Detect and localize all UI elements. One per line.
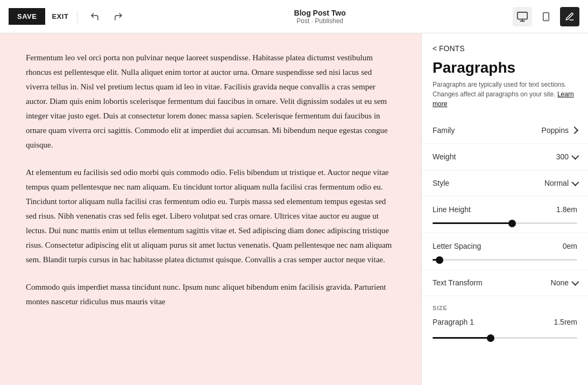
mobile-icon xyxy=(541,11,551,23)
weight-label: Weight xyxy=(433,152,456,161)
letter-spacing-label: Letter Spacing xyxy=(433,242,481,250)
letter-spacing-value-container: 0em xyxy=(563,242,577,250)
letter-spacing-slider-container[interactable] xyxy=(422,259,588,269)
desktop-view-button[interactable] xyxy=(513,7,532,26)
post-info: Blog Post Two Post · Published xyxy=(133,9,506,25)
weight-chevron-down-icon xyxy=(572,152,577,161)
toolbar: SAVE EXIT Blog Post Two Post · Published xyxy=(0,0,588,33)
style-value-container[interactable]: Normal xyxy=(544,179,577,187)
line-height-row: Line Height 1.8em xyxy=(422,197,588,218)
post-title: Blog Post Two xyxy=(133,9,506,17)
redo-button[interactable] xyxy=(110,8,127,25)
text-transform-value-container[interactable]: None xyxy=(551,278,577,287)
pen-icon xyxy=(565,12,575,22)
letter-spacing-row: Letter Spacing 0em xyxy=(422,233,588,255)
save-button[interactable]: SAVE xyxy=(9,8,45,25)
paragraph1-row: Paragraph 1 1.5rem xyxy=(433,318,577,326)
text-transform-value: None xyxy=(551,278,569,287)
panel-header: < FONTS xyxy=(422,33,588,53)
desktop-icon xyxy=(516,11,528,23)
family-value: Poppins xyxy=(541,126,569,135)
paragraph1-slider-container[interactable] xyxy=(422,337,588,347)
line-height-label: Line Height xyxy=(433,205,471,214)
toolbar-divider xyxy=(77,10,77,23)
family-row: Family Poppins xyxy=(422,117,588,144)
size-section: SIZE Paragraph 1 1.5rem xyxy=(422,296,588,333)
family-chevron-right-icon xyxy=(572,126,577,135)
fonts-panel-button[interactable] xyxy=(560,7,579,26)
weight-row: Weight 300 xyxy=(422,144,588,170)
right-panel: < FONTS Paragraphs Paragraphs are typica… xyxy=(421,33,588,385)
mobile-view-button[interactable] xyxy=(536,7,556,26)
paragraph-3: Commodo quis imperdiet massa tincidunt n… xyxy=(26,280,395,309)
paragraph-1: Fermentum leo vel orci porta non pulvina… xyxy=(26,51,395,152)
paragraph1-slider-thumb xyxy=(487,334,494,342)
toolbar-right xyxy=(513,7,579,26)
paragraph-2: At elementum eu facilisis sed odio morbi… xyxy=(26,165,395,267)
post-subtitle: Post · Published xyxy=(133,17,506,25)
panel-description-text: Paragraphs are typically used for text s… xyxy=(433,81,566,98)
paragraph1-label: Paragraph 1 xyxy=(433,318,474,326)
weight-value: 300 xyxy=(556,152,569,161)
undo-icon xyxy=(90,12,100,22)
editor[interactable]: Fermentum leo vel orci porta non pulvina… xyxy=(0,33,421,385)
line-height-value-container: 1.8em xyxy=(556,205,577,214)
redo-icon xyxy=(114,12,123,22)
line-height-value: 1.8em xyxy=(556,205,577,214)
style-label: Style xyxy=(433,179,449,187)
line-height-slider-fill xyxy=(433,222,512,224)
text-transform-chevron-down-icon xyxy=(572,278,577,287)
style-value: Normal xyxy=(544,179,569,187)
editor-content: Fermentum leo vel orci porta non pulvina… xyxy=(26,51,395,309)
line-height-slider-thumb xyxy=(508,220,516,227)
line-height-slider-track xyxy=(433,222,577,224)
weight-value-container[interactable]: 300 xyxy=(556,152,577,161)
panel-title: Paragraphs xyxy=(422,53,588,80)
family-label: Family xyxy=(433,126,455,135)
style-chevron-down-icon xyxy=(572,179,577,187)
paragraph1-slider-track xyxy=(433,337,577,339)
panel-description: Paragraphs are typically used for text s… xyxy=(422,80,588,117)
text-transform-label: Text Transform xyxy=(433,278,483,287)
letter-spacing-slider-track xyxy=(433,259,577,261)
paragraph1-value: 1.5rem xyxy=(554,318,577,326)
undo-button[interactable] xyxy=(86,8,103,25)
paragraph1-slider-fill xyxy=(433,337,491,339)
family-value-container[interactable]: Poppins xyxy=(541,126,577,135)
style-row: Style Normal xyxy=(422,170,588,197)
main-area: Fermentum leo vel orci porta non pulvina… xyxy=(0,33,588,385)
svg-rect-0 xyxy=(518,12,527,19)
exit-button[interactable]: EXIT xyxy=(52,12,68,20)
text-transform-row: Text Transform None xyxy=(422,270,588,296)
size-section-label: SIZE xyxy=(433,305,577,311)
letter-spacing-slider-thumb xyxy=(436,256,443,264)
line-height-slider-container[interactable] xyxy=(422,222,588,233)
letter-spacing-value: 0em xyxy=(563,242,577,250)
back-to-fonts-button[interactable]: < FONTS xyxy=(433,44,465,53)
